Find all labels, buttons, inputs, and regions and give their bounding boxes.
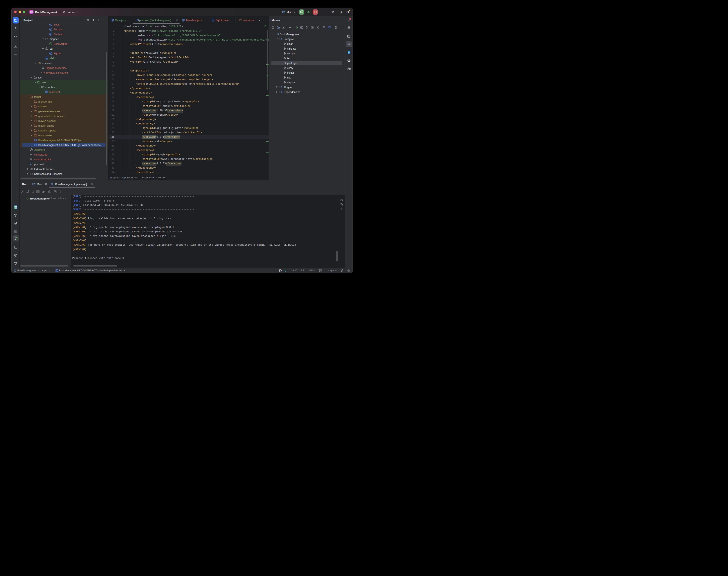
svg-text:C: C xyxy=(212,19,213,21)
svg-text:C: C xyxy=(50,28,51,30)
svg-text:I: I xyxy=(51,43,51,45)
svg-text:C: C xyxy=(183,19,184,21)
svg-text:C: C xyxy=(50,33,51,35)
svg-text:C: C xyxy=(46,91,47,93)
svg-text:C: C xyxy=(50,24,51,26)
svg-text:C: C xyxy=(50,52,51,54)
svg-text:C: C xyxy=(112,19,113,21)
svg-text:C: C xyxy=(46,57,48,59)
